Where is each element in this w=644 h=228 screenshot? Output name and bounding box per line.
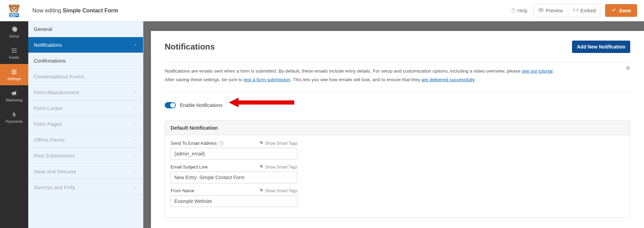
chevron-right-icon: › [135,43,136,47]
svg-rect-8 [10,14,18,14]
list-icon [11,47,18,54]
page-title: Notifications [165,42,215,52]
enable-notifications-label: Enable Notifications [180,102,223,108]
preview-embed-group: Preview Embed [533,4,601,17]
chevron-right-icon: › [135,27,136,31]
subnav-label: Save and Resume [34,169,76,174]
subnav-label: General [34,26,52,32]
svg-point-16 [12,69,14,71]
notification-card-body: Send To Email Address ? Show Smart Tags [165,135,303,217]
layout: Setup Fields Settings Marketing $ Paymen… [0,21,644,228]
chevron-right-icon: › [135,122,136,126]
field-subject: Email Subject Line Show Smart Tags [171,164,297,183]
subnav-item-surveys[interactable]: Surveys and Polls › [28,180,143,195]
subnav-label: Confirmations [34,58,66,64]
subnav-item-confirmations[interactable]: Confirmations › [28,53,143,69]
svg-text:$: $ [13,111,16,117]
chevron-right-icon: › [135,75,136,78]
dismiss-intro-button[interactable] [626,66,630,71]
sendto-label: Send To Email Address ? [171,141,224,146]
subnav-item-conversational[interactable]: Conversational Forms › [28,69,143,85]
rail-item-marketing[interactable]: Marketing [0,85,28,107]
subject-input[interactable] [171,172,297,183]
intro-p2b: . This lets you see how emails will look… [290,77,421,82]
topbar: Now editing Simple Contact Form ? Help P… [0,0,644,21]
subnav-label: Conversational Forms [34,74,84,79]
gear-icon [11,26,18,33]
show-smart-tags-button[interactable]: Show Smart Tags [259,164,297,170]
preview-label: Preview [546,8,563,13]
svg-point-11 [540,9,542,11]
canvas-backdrop: Notifications Add New Notification Notif… [143,21,644,228]
intro-p2c: . [474,77,476,82]
intro-p1b: . [553,68,554,74]
code-icon [573,7,579,14]
show-smart-tags-button[interactable]: Show Smart Tags [259,188,297,193]
fromname-input[interactable] [171,195,297,207]
svg-rect-12 [12,48,17,49]
subnav-label: Post Submissions [34,153,75,159]
rail-item-payments[interactable]: $ Payments [0,107,28,128]
chevron-right-icon: › [135,90,136,94]
show-smart-tags-button[interactable]: Show Smart Tags [259,141,297,146]
svg-point-25 [260,165,261,166]
enable-notifications-toggle[interactable] [165,102,176,108]
tutorial-link[interactable]: see our tutorial [522,68,552,74]
rail-item-settings[interactable]: Settings [0,64,28,85]
chevron-right-icon: › [135,138,136,142]
help-icon: ? [511,8,515,13]
rail-label: Setup [9,34,19,38]
annotation-arrow [229,98,298,112]
chevron-right-icon: › [135,185,136,189]
add-notification-button[interactable]: Add New Notification [572,41,630,53]
fromname-label: From Name [171,188,194,193]
svg-rect-10 [10,16,16,17]
editing-context: Now editing Simple Contact Form [32,8,118,14]
form-name: Simple Contact Form [63,8,118,13]
svg-point-24 [260,142,261,142]
intro-p2a: After saving these settings, be sure to [165,77,244,82]
svg-point-26 [260,189,261,190]
subnav-item-abandonment[interactable]: Form Abandonment › [28,85,143,100]
subnav-item-saveresume[interactable]: Save and Resume › [28,164,143,180]
embed-button[interactable]: Embed [568,4,601,17]
brand-logo [0,0,28,21]
rail-item-setup[interactable]: Setup [0,21,28,43]
subnav-label: Form Pages [34,121,62,127]
rail-item-fields[interactable]: Fields [0,43,28,64]
tag-icon [259,164,264,170]
enable-notifications-row: Enable Notifications [165,92,630,118]
subnav-label: Offline Forms [34,137,65,143]
field-sendto: Send To Email Address ? Show Smart Tags [171,141,297,160]
settings-panel: Notifications Add New Notification Notif… [151,31,644,228]
subnav-item-post[interactable]: Post Submissions › [28,148,143,164]
subnav-item-notifications[interactable]: Notifications › [28,37,143,53]
smart-tags-label: Show Smart Tags [265,165,297,170]
editing-prefix: Now editing [32,8,63,13]
subnav-item-offline[interactable]: Offline Forms › [28,132,143,148]
tag-icon [259,188,264,193]
help-link[interactable]: ? Help [511,8,528,13]
delivered-link[interactable]: are delivered successfully [421,77,474,82]
preview-button[interactable]: Preview [533,4,568,17]
subnav-item-pages[interactable]: Form Pages › [28,116,143,132]
rail-label: Marketing [6,98,22,102]
chevron-right-icon: › [135,106,136,110]
svg-point-6 [13,9,15,10]
help-icon[interactable]: ? [219,141,224,146]
topbar-actions: ? Help Preview Embed Save [511,4,644,17]
save-label: Save [619,8,631,13]
svg-point-1 [9,4,12,8]
save-button[interactable]: Save [605,4,637,17]
page-header: Notifications Add New Notification [165,41,630,62]
rail-label: Payments [6,119,23,123]
sendto-input[interactable] [171,148,297,160]
dollar-icon: $ [11,111,18,118]
smart-tags-label: Show Smart Tags [265,188,297,193]
svg-rect-13 [12,50,17,51]
subject-label: Email Subject Line [171,164,208,170]
subnav-item-general[interactable]: General › [28,21,143,37]
subnav-item-locker[interactable]: Form Locker › [28,100,143,116]
test-submission-link[interactable]: test a form submission [244,77,290,82]
sliders-icon [11,68,18,75]
